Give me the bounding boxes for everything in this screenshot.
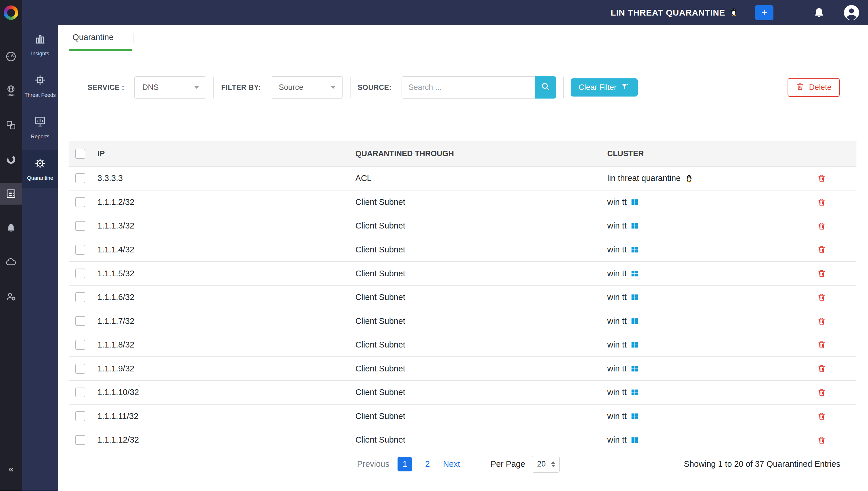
filter-clear-icon <box>621 82 630 93</box>
row-ip: 1.1.1.8/32 <box>96 340 354 349</box>
row-delete-button[interactable] <box>816 363 828 374</box>
row-delete-button[interactable] <box>816 244 828 255</box>
clear-filter-label: Clear Filter <box>579 83 616 92</box>
table-row: 1.1.1.12/32 Client Subnet win tt <box>68 428 857 452</box>
row-cluster-text: win tt <box>608 316 627 326</box>
row-ip: 1.1.1.2/32 <box>96 197 354 207</box>
row-checkbox[interactable] <box>75 173 85 183</box>
dashboard-gauge-icon[interactable] <box>0 45 22 67</box>
filter-by-select[interactable]: Source <box>271 76 343 98</box>
row-cluster-text: win tt <box>608 292 627 302</box>
row-cluster-text: lin threat quarantine <box>608 173 681 183</box>
row-checkbox[interactable] <box>75 221 85 231</box>
row-quarantined-through: Client Subnet <box>354 245 606 254</box>
row-delete-button[interactable] <box>816 434 828 446</box>
user-gear-icon[interactable] <box>0 286 22 308</box>
row-quarantined-through: Client Subnet <box>354 221 606 231</box>
quarantine-table: IP QUARANTINED THROUGH CLUSTER 3.3.3.3 A… <box>68 141 857 452</box>
frames-icon[interactable] <box>0 114 22 136</box>
page-button-2[interactable]: 2 <box>420 457 435 471</box>
tab-quarantine[interactable]: Quarantine <box>68 25 132 51</box>
windows-icon <box>631 436 639 444</box>
cloud-icon[interactable] <box>0 251 22 273</box>
row-quarantined-through: Client Subnet <box>354 364 606 373</box>
clear-filter-button[interactable]: Clear Filter <box>571 78 637 96</box>
user-avatar[interactable] <box>843 4 860 21</box>
source-label: SOURCE: <box>358 83 392 92</box>
notifications-bell-icon[interactable] <box>813 7 825 19</box>
row-checkbox[interactable] <box>75 411 85 421</box>
row-checkbox[interactable] <box>75 292 85 302</box>
row-delete-button[interactable] <box>816 196 828 208</box>
previous-page-button[interactable]: Previous <box>357 459 389 469</box>
page-button-1[interactable]: 1 <box>397 457 412 471</box>
service-select[interactable]: DNS <box>134 76 206 98</box>
table-row: 1.1.1.2/32 Client Subnet win tt <box>68 191 857 214</box>
next-page-button[interactable]: Next <box>443 459 460 469</box>
row-checkbox[interactable] <box>75 364 85 374</box>
sidebar-item-reports[interactable]: Reports <box>22 108 58 147</box>
dns-globe-icon[interactable]: DNS <box>0 80 22 102</box>
threat-virus-icon <box>33 74 47 89</box>
trash-icon <box>796 82 805 93</box>
select-all-checkbox[interactable] <box>75 149 85 159</box>
row-delete-button[interactable] <box>816 220 828 232</box>
results-summary: Showing 1 to 20 of 37 Quarantined Entrie… <box>684 459 840 469</box>
row-cluster-text: win tt <box>608 221 627 231</box>
windows-icon <box>631 198 639 206</box>
row-checkbox[interactable] <box>75 268 85 279</box>
per-page-control: Per Page 20 <box>491 456 560 472</box>
windows-icon <box>631 269 639 278</box>
row-delete-button[interactable] <box>816 268 828 279</box>
filter-divider <box>350 77 351 98</box>
row-cluster-text: win tt <box>608 435 627 444</box>
row-delete-button[interactable] <box>816 339 828 351</box>
windows-icon <box>631 246 639 254</box>
search-icon <box>540 82 551 93</box>
table-row: 1.1.1.8/32 Client Subnet win tt <box>68 333 857 357</box>
sidebar-item-threat-feeds[interactable]: Threat Feeds <box>22 67 58 105</box>
filter-bar: SERVICE : DNS FILTER BY: Source SOURCE: <box>58 75 868 100</box>
row-checkbox[interactable] <box>75 340 85 350</box>
donut-chart-icon[interactable] <box>0 148 22 171</box>
sidebar-item-insights[interactable]: Insights <box>22 25 58 64</box>
table-row: 1.1.1.6/32 Client Subnet win tt <box>68 286 857 310</box>
source-search-input[interactable] <box>401 76 535 98</box>
delete-selected-button[interactable]: Delete <box>788 78 840 97</box>
row-cluster-text: win tt <box>608 340 627 349</box>
bar-chart-icon <box>33 32 47 48</box>
row-checkbox[interactable] <box>75 435 85 445</box>
row-quarantined-through: Client Subnet <box>354 411 606 421</box>
rail-items: DNS <box>0 25 22 308</box>
add-button[interactable]: + <box>755 5 773 20</box>
report-chart-icon <box>33 115 47 131</box>
row-checkbox[interactable] <box>75 387 85 398</box>
penguin-icon <box>685 174 694 183</box>
stepper-arrows-icon <box>551 461 555 467</box>
sidebar-item-quarantine[interactable]: Quarantine <box>22 150 58 189</box>
row-delete-button[interactable] <box>816 173 828 184</box>
windows-icon <box>631 222 639 230</box>
row-checkbox[interactable] <box>75 316 85 326</box>
app-logo[interactable] <box>0 0 22 25</box>
row-checkbox[interactable] <box>75 197 85 207</box>
row-delete-button[interactable] <box>816 291 828 303</box>
module-sidebar: Insights Threat Feeds Reports Quarantine <box>22 25 58 491</box>
topbar-title-text: LIN THREAT QUARANTINE <box>611 8 725 18</box>
pagination-bar: Previous 1 2 Next Per Page 20 Showing 1 … <box>58 452 868 476</box>
collapse-sidebar-button[interactable]: « <box>0 463 22 474</box>
row-ip: 3.3.3.3 <box>96 173 354 183</box>
row-quarantined-through: Client Subnet <box>354 435 606 444</box>
bell-icon[interactable] <box>0 217 22 239</box>
per-page-select[interactable]: 20 <box>532 456 560 472</box>
row-delete-button[interactable] <box>816 410 828 422</box>
search-button[interactable] <box>535 76 556 98</box>
source-search <box>401 76 556 98</box>
header-cluster: CLUSTER <box>606 149 797 158</box>
main-content: Quarantine SERVICE : DNS FILTER BY: Sour… <box>58 25 868 491</box>
row-delete-button[interactable] <box>816 315 828 327</box>
row-delete-button[interactable] <box>816 387 828 398</box>
server-list-icon[interactable] <box>0 183 22 205</box>
row-checkbox[interactable] <box>75 244 85 255</box>
per-page-label: Per Page <box>491 459 525 469</box>
